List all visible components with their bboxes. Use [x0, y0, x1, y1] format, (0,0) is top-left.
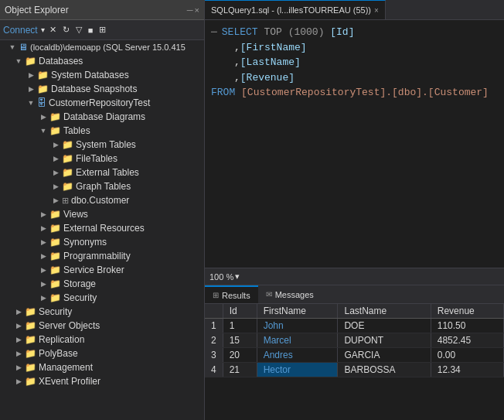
cell-lastname: BARBOSSA: [338, 363, 431, 377]
tree-item-extresources[interactable]: ▶ 📁 External Resources: [0, 221, 204, 235]
tree-item-xevent[interactable]: ▶ 📁 XEvent Profiler: [0, 374, 204, 388]
col-id: [Id]: [330, 25, 354, 40]
folder-icon-diagrams: 📁: [49, 111, 61, 122]
tree-item-filetables[interactable]: ▶ 📁 FileTables: [0, 152, 204, 166]
table-row[interactable]: 11JohnDOE110.50: [205, 319, 504, 333]
tree-item-views[interactable]: ▶ 📁 Views: [0, 207, 204, 221]
expand-icon-replication[interactable]: ▶: [12, 336, 25, 343]
folder-icon-exttables: 📁: [62, 167, 73, 178]
expand-icon-filetables[interactable]: ▶: [49, 155, 62, 162]
tree-label-replication: Replication: [39, 334, 84, 345]
tree-item-graphtables[interactable]: ▶ 📁 Graph Tables: [0, 179, 204, 193]
tree-item-programmability[interactable]: ▶ 📁 Programmability: [0, 249, 204, 263]
tree-label-customer: dbo.Customer: [71, 195, 129, 206]
expand-icon-storage[interactable]: ▶: [37, 280, 49, 288]
object-explorer-tree[interactable]: ▼ 🖥 (localdb)\demoapp (SQL Server 15.0.4…: [0, 40, 204, 420]
expand-icon-tables[interactable]: ▼: [37, 127, 49, 135]
folder-icon-filetables: 📁: [62, 153, 73, 164]
tree-item-storage[interactable]: ▶ 📁 Storage: [0, 277, 204, 291]
expand-icon-synonyms[interactable]: ▶: [37, 238, 49, 246]
cell-firstname: Marcel: [257, 333, 338, 348]
tree-item-tables[interactable]: ▼ 📁 Tables: [0, 124, 204, 138]
tab-results[interactable]: ⊞ Results: [205, 285, 258, 303]
table-icon-customer: ⊞: [62, 196, 69, 206]
tree-item-snapshots[interactable]: ▶ 📁 Database Snapshots: [0, 82, 204, 96]
tree-label-servicebroker: Service Broker: [63, 265, 124, 275]
tree-item-security-top[interactable]: ▶ 📁 Security: [0, 305, 204, 319]
filter-icon[interactable]: ▽: [74, 24, 83, 36]
expand-icon-customer[interactable]: ▶: [49, 196, 62, 204]
editor-tab-query[interactable]: SQLQuery1.sql - (l...illesTOURREAU (55))…: [205, 0, 386, 19]
folder-icon-synonyms: 📁: [49, 237, 61, 248]
tree-item-replication[interactable]: ▶ 📁 Replication: [0, 333, 204, 347]
stop-icon[interactable]: ■: [87, 25, 95, 36]
tree-item-diagrams[interactable]: ▶ 📁 Database Diagrams: [0, 110, 204, 124]
connect-button[interactable]: Connect: [3, 25, 38, 36]
cell-firstname: Andres: [257, 348, 338, 363]
tab-close-icon[interactable]: ×: [374, 6, 379, 15]
tree-item-system-databases[interactable]: ▶ 📁 System Databases: [0, 68, 204, 82]
tree-item-custdb[interactable]: ▼ 🗄 CustomerRepositoryTest: [0, 96, 204, 110]
col-header-lastname: LastName: [338, 304, 431, 319]
tree-item-customer[interactable]: ▶ ⊞ dbo.Customer: [0, 193, 204, 207]
tab-results-label: Results: [222, 291, 250, 300]
zoom-dropdown-arrow[interactable]: ▾: [235, 271, 240, 282]
table-row[interactable]: 215MarcelDUPONT4852.45: [205, 333, 504, 348]
expand-icon-systables[interactable]: ▶: [49, 141, 62, 149]
expand-dot: ─: [211, 25, 217, 40]
database-icon: 🗄: [37, 97, 46, 108]
kw-from: FROM: [211, 85, 235, 101]
expand-icon-security-top[interactable]: ▶: [12, 308, 25, 316]
folder-icon-management: 📁: [25, 362, 36, 373]
expand-icon-graphtables[interactable]: ▶: [49, 183, 62, 190]
tree-label-security-db: Security: [63, 292, 97, 303]
expand-icon-servicebroker[interactable]: ▶: [37, 266, 49, 274]
tree-item-exttables[interactable]: ▶ 📁 External Tables: [0, 166, 204, 179]
expand-icon-server[interactable]: ▼: [6, 43, 19, 51]
tree-item-management[interactable]: ▶ 📁 Management: [0, 360, 204, 374]
expand-icon-serverobjects[interactable]: ▶: [12, 322, 25, 330]
expand-icon-sysdbs[interactable]: ▶: [25, 71, 37, 79]
expand-icon-xevent[interactable]: ▶: [12, 377, 25, 385]
cell-lastname: DUPONT: [338, 333, 431, 348]
tree-item-security-db[interactable]: ▶ 📁 Security: [0, 291, 204, 305]
folder-icon-servicebroker: 📁: [49, 265, 61, 275]
tree-label-diagrams: Database Diagrams: [63, 111, 145, 122]
expand-icon-extresources[interactable]: ▶: [37, 224, 49, 232]
folder-icon-security-top: 📁: [25, 306, 36, 317]
tree-item-servicebroker[interactable]: ▶ 📁 Service Broker: [0, 263, 204, 277]
code-line-2: , [FirstName]: [211, 40, 498, 56]
expand-icon-views[interactable]: ▶: [37, 210, 49, 218]
expand-icon-polybase[interactable]: ▶: [12, 350, 25, 357]
object-explorer-panel: Object Explorer ─ × Connect ▾ ✕ ↻ ▽ ■ ⊞ …: [0, 0, 205, 420]
tree-item-synonyms[interactable]: ▶ 📁 Synonyms: [0, 235, 204, 249]
cell-id: 15: [223, 333, 257, 348]
expand-icon-exttables[interactable]: ▶: [49, 169, 62, 176]
tree-label-systables: System Tables: [76, 139, 136, 150]
expand-icon-programmability[interactable]: ▶: [37, 252, 49, 260]
expand-icon-diagrams[interactable]: ▶: [37, 113, 49, 121]
tab-messages[interactable]: ✉ Messages: [258, 285, 322, 303]
expand-icon-management[interactable]: ▶: [12, 364, 25, 371]
tree-item-server[interactable]: ▼ 🖥 (localdb)\demoapp (SQL Server 15.0.4…: [0, 40, 204, 54]
expand-icon-snapshots[interactable]: ▶: [25, 85, 37, 93]
results-content: Id FirstName LastName Revenue 11JohnDOE1…: [205, 304, 504, 420]
close-icon[interactable]: ×: [195, 5, 199, 15]
folder-icon-replication: 📁: [25, 334, 36, 345]
expand-icon-databases[interactable]: ▼: [12, 57, 25, 65]
table-row[interactable]: 320AndresGARCIA0.00: [205, 348, 504, 363]
tree-item-serverobjects[interactable]: ▶ 📁 Server Objects: [0, 319, 204, 333]
results-tbody: 11JohnDOE110.50215MarcelDUPONT4852.45320…: [205, 319, 504, 377]
tree-label-custdb: CustomerRepositoryTest: [49, 97, 150, 108]
refresh-icon[interactable]: ↻: [61, 24, 71, 36]
tree-item-systables[interactable]: ▶ 📁 System Tables: [0, 138, 204, 152]
table-ref: [CustomerRepositoryTest].[dbo].[Customer…: [241, 85, 489, 101]
expand-icon-custdb[interactable]: ▼: [25, 99, 37, 107]
tree-item-polybase[interactable]: ▶ 📁 PolyBase: [0, 347, 204, 360]
expand-icon-security-db[interactable]: ▶: [37, 294, 49, 302]
code-editor[interactable]: ─ SELECT TOP (1000) [Id] , [FirstName] ,…: [205, 20, 504, 268]
new-query-icon[interactable]: ⊞: [97, 24, 107, 36]
disconnect-icon[interactable]: ✕: [48, 24, 58, 36]
tree-item-databases[interactable]: ▼ 📁 Databases: [0, 54, 204, 68]
table-row[interactable]: 421HectorBARBOSSA12.34: [205, 363, 504, 377]
